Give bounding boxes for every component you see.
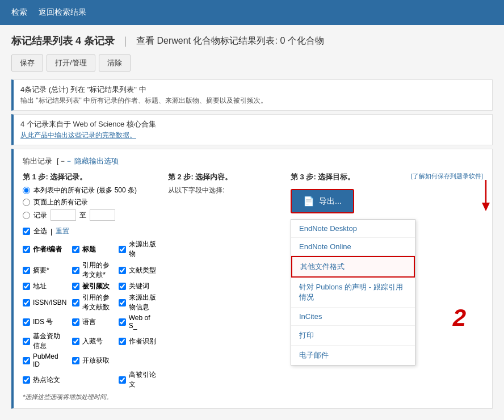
info-box2-link[interactable]: 从此产品中输出这些记录的完整数据。 [20, 131, 485, 140]
checkbox-issn-label[interactable]: ISSN/ISBN [33, 299, 66, 306]
radio-all[interactable] [23, 187, 30, 194]
checkbox-ids-label[interactable]: IDS 号 [33, 317, 53, 327]
checkbox-keywords-label[interactable]: 关键词 [129, 282, 149, 291]
radio-group: 本列表中的所有记录 (最多 500 条) 页面上的所有记录 记录 至 [23, 186, 159, 221]
select-all-checkbox[interactable] [23, 228, 30, 235]
info-box-total: 4条记录 (总计) 列在 "标记结果列表" 中 输出 "标记结果列表" 中所有记… [11, 79, 493, 111]
checkbox-issn-input[interactable] [23, 299, 30, 306]
checkbox-hot-paper-input[interactable] [23, 376, 30, 384]
checkbox-doc-type: 文献类型 [119, 261, 159, 280]
checkbox-accession-label[interactable]: 入藏号 [82, 337, 103, 346]
checkbox-cited-count-input[interactable] [72, 299, 79, 306]
action-buttons-bar: 保存 打开/管理 清除 [11, 54, 493, 72]
checkbox-abstract-input[interactable] [23, 267, 30, 274]
checkbox-language-label[interactable]: 语言 [82, 317, 96, 327]
checkbox-highly-cited-label[interactable]: 高被引论文 [129, 370, 159, 389]
dropdown-endnote-desktop[interactable]: EndNote Desktop [291, 220, 415, 238]
dropdown-print[interactable]: 打印 [291, 326, 415, 346]
how-to-save-link[interactable]: [了解如何保存到题录软件] [411, 172, 483, 180]
dropdown-email[interactable]: 电子邮件 [291, 346, 415, 365]
checkbox-author-input[interactable] [23, 246, 30, 253]
checkbox-title-label[interactable]: 标题 [82, 245, 96, 254]
search-nav-link[interactable]: 检索 [11, 7, 27, 18]
separator: | [51, 228, 52, 236]
step2-label: 第 2 步: 选择内容。 [168, 172, 282, 182]
checkbox-pubmed-label[interactable]: PubMed ID [33, 352, 66, 368]
checkbox-cite-count-input[interactable] [72, 283, 79, 290]
export-button-label: 导出... [319, 196, 342, 207]
checkbox-source-input[interactable] [119, 246, 126, 253]
dropdown-publons[interactable]: 针对 Publons 的声明 - 跟踪引用情况 [291, 278, 415, 308]
step3-label: 第 3 步: 选择目标。 [291, 172, 355, 182]
dropdown-endnote-online[interactable]: EndNote Online [291, 238, 415, 256]
red-arrow-annotation [477, 180, 494, 211]
step1-column: 第 1 步: 选择记录。 本列表中的所有记录 (最多 500 条) 页面上的所有… [23, 172, 159, 401]
checkbox-issn: ISSN/ISBN [23, 293, 66, 312]
export-header-title: 输出记录 [23, 156, 52, 166]
checkbox-funding-label[interactable]: 基金资助信息 [33, 331, 66, 351]
export-icon: 📄 [303, 196, 314, 207]
checkbox-doc-type-input[interactable] [119, 267, 126, 274]
checkbox-grid: 作者/编者 标题 来源出版物 摘要* [23, 240, 159, 389]
checkbox-source-info-input[interactable] [119, 299, 126, 306]
checkbox-doc-type-label[interactable]: 文献类型 [129, 266, 156, 275]
title-divider: ｜ [120, 34, 131, 48]
checkbox-hot-paper: 热点论文 [23, 370, 66, 389]
radio-range-label[interactable]: 记录 [33, 211, 47, 220]
checkbox-author-label[interactable]: 作者/编者 [33, 245, 62, 254]
note-text: *选择这些选项将增加处理时间。 [23, 393, 159, 401]
checkbox-ids: IDS 号 [23, 314, 66, 330]
checkbox-highly-cited-input[interactable] [119, 376, 126, 384]
toggle-options-link[interactable]: － 隐藏输出选项 [65, 156, 119, 166]
radio-page-label[interactable]: 页面上的所有记录 [33, 198, 88, 207]
checkbox-source-info-label[interactable]: 来源出版物信息 [129, 293, 159, 312]
checkbox-funding-input[interactable] [23, 338, 30, 345]
checkbox-cited-count: 引用的参考文献数 [72, 293, 112, 312]
checkbox-keywords-input[interactable] [119, 283, 126, 290]
checkbox-source-label[interactable]: 来源出版物 [129, 240, 159, 259]
step2-column: 第 2 步: 选择内容。 从以下字段中选择: [168, 172, 282, 199]
checkbox-web-of-label[interactable]: Web of S_ [129, 314, 159, 330]
save-button[interactable]: 保存 [11, 54, 43, 72]
range-to-input[interactable] [90, 209, 115, 221]
checkbox-web-of-input[interactable] [119, 318, 126, 326]
checkbox-address-input[interactable] [23, 283, 30, 290]
checkbox-cite-count-label[interactable]: 被引频次 [82, 282, 110, 291]
select-all-row: 全选 | 重置 [23, 226, 159, 236]
checkbox-cited-refs: 引用的参考文献* [72, 261, 112, 280]
step3-column: 第 3 步: 选择目标。 [了解如何保存到题录软件] 📄 导出... EndNo… [291, 172, 483, 366]
radio-all-label[interactable]: 本列表中的所有记录 (最多 500 条) [33, 186, 137, 195]
checkbox-cite-count: 被引频次 [72, 282, 112, 291]
checkbox-highly-cited: 高被引论文 [119, 370, 159, 389]
checkbox-pubmed: PubMed ID [23, 352, 66, 368]
checkbox-cited-count-label[interactable]: 引用的参考文献数 [82, 293, 112, 312]
checkbox-author: 作者/编者 [23, 240, 66, 259]
reset-link[interactable]: 重置 [56, 226, 69, 236]
checkbox-language-input[interactable] [72, 318, 79, 326]
dropdown-incites[interactable]: InCites [291, 308, 415, 326]
checkbox-author-id-label[interactable]: 作者识别 [129, 337, 156, 346]
open-manage-button[interactable]: 打开/管理 [47, 54, 95, 72]
checkbox-author-id-input[interactable] [119, 338, 126, 345]
back-nav-link[interactable]: 返回检索结果 [39, 7, 86, 18]
checkbox-ids-input[interactable] [23, 318, 30, 326]
top-navigation: 检索 返回检索结果 [0, 0, 504, 25]
checkbox-hot-paper-label[interactable]: 热点论文 [33, 375, 60, 385]
checkbox-cited-refs-input[interactable] [72, 267, 79, 274]
range-from-input[interactable] [51, 209, 76, 221]
checkbox-open-access-input[interactable] [72, 357, 79, 364]
dropdown-other-formats[interactable]: 其他文件格式 [291, 256, 415, 278]
checkbox-address-label[interactable]: 地址 [33, 282, 47, 291]
radio-range[interactable] [23, 212, 30, 219]
checkbox-accession-input[interactable] [72, 338, 79, 345]
checkbox-abstract-label[interactable]: 摘要* [33, 266, 49, 275]
checkbox-pubmed-input[interactable] [23, 357, 30, 364]
clear-button[interactable]: 清除 [99, 54, 131, 72]
select-all-label[interactable]: 全选 [33, 226, 47, 236]
checkbox-title-input[interactable] [72, 246, 79, 253]
checkbox-open-access-label[interactable]: 开放获取 [82, 356, 110, 366]
checkbox-accession: 入藏号 [72, 331, 112, 351]
export-button[interactable]: 📄 导出... [291, 189, 354, 213]
radio-page[interactable] [23, 199, 30, 206]
checkbox-cited-refs-label[interactable]: 引用的参考文献* [82, 261, 112, 280]
